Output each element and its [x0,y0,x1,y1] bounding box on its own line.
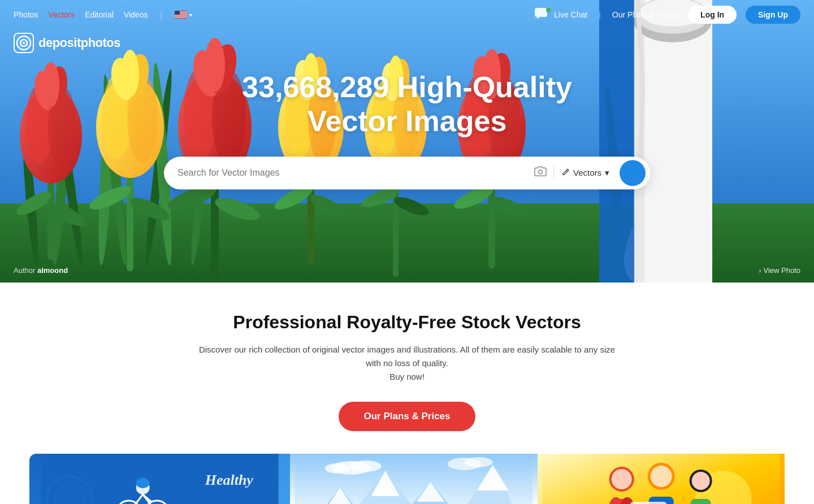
search-bar: Vectors ▾ [164,157,650,189]
section-description: Discover our rich collection of original… [198,343,616,384]
nav-videos[interactable]: Videos [124,10,148,19]
svg-point-117 [465,457,493,467]
top-navigation: Photos Vectors Editorial Videos | [0,0,814,29]
live-chat-label: Live Chat [554,10,587,19]
search-input[interactable] [177,168,527,178]
svg-rect-131 [630,502,666,504]
view-photo-link[interactable]: › View Photo [759,266,800,275]
cycling-illustration: Healthy [29,454,290,504]
camera-icon-svg [534,166,547,177]
hero-title-line2: Vector Images [308,105,507,137]
view-photo-chevron: › [759,266,761,275]
nav-divider: | [160,10,162,19]
svg-rect-79 [175,18,187,18]
preview-card-mountains[interactable] [290,454,537,504]
nav-divider-2: | [599,10,601,19]
nav-links: Photos Vectors Editorial Videos | [14,10,192,19]
svg-point-86 [538,170,542,174]
search-type-chevron: ▾ [605,168,609,178]
svg-point-98 [136,478,150,488]
author-name: almoond [37,266,68,275]
signup-button[interactable]: Sign Up [746,6,800,24]
search-type-label: Vectors [573,168,601,177]
preview-card-people[interactable] [538,454,785,504]
author-credit: Author almoond [14,266,68,275]
svg-rect-130 [690,499,711,504]
hero-title-line1: 33,668,289 High-Quality [242,71,572,103]
svg-point-114 [350,460,382,472]
chat-online-indicator [546,8,551,12]
svg-text:Healthy: Healthy [205,472,254,488]
svg-rect-80 [175,11,180,15]
svg-point-32 [121,50,139,97]
svg-point-85 [23,42,25,44]
nav-vectors[interactable]: Vectors [49,10,75,19]
svg-point-115 [325,463,350,473]
chat-icon-wrap [535,8,551,21]
svg-rect-81 [535,8,547,17]
pen-icon-svg [562,168,570,176]
plans-link[interactable]: Our Plans & Prices [612,10,679,19]
lang-chevron: ▾ [189,12,192,18]
people-illustration [538,454,785,504]
logo[interactable]: depositphotos [14,33,120,53]
nav-right: Live Chat | Our Plans & Prices Log In Si… [535,6,800,24]
svg-rect-78 [175,16,187,17]
logo-text: depositphotos [38,36,120,50]
view-photo-label: View Photo [763,266,800,275]
plans-prices-button[interactable]: Our Plans & Prices [339,402,475,431]
nav-editorial[interactable]: Editorial [85,10,114,19]
author-prefix: Author [14,266,35,275]
hero-title: 33,668,289 High-Quality Vector Images [164,71,650,138]
svg-marker-82 [537,17,540,19]
svg-point-23 [42,62,59,107]
us-flag-icon [175,11,187,19]
search-type-dropdown[interactable]: Vectors ▾ [554,168,617,178]
svg-point-121 [611,469,631,489]
live-chat-button[interactable]: Live Chat [535,8,587,21]
preview-card-cycling[interactable]: Healthy [29,454,290,504]
mountains-illustration [290,454,537,504]
svg-rect-77 [175,15,187,16]
search-button-icon [626,167,639,179]
camera-search-icon[interactable] [534,166,547,180]
svg-point-129 [691,472,709,490]
depositphotos-logo-icon [16,35,32,51]
section-title: Professional Royalty-Free Stock Vectors [14,312,800,333]
svg-point-126 [650,466,672,487]
nav-photos[interactable]: Photos [14,10,38,19]
language-selector[interactable]: ▾ [175,11,192,19]
logo-icon [14,33,34,53]
hero-content: 33,668,289 High-Quality Vector Images [164,71,650,189]
search-button[interactable] [620,160,646,186]
vector-pen-icon [562,168,570,177]
main-section: Professional Royalty-Free Stock Vectors … [0,283,814,504]
preview-cards-row: Healthy [14,454,800,504]
svg-line-88 [635,175,638,178]
login-button[interactable]: Log In [688,6,737,24]
